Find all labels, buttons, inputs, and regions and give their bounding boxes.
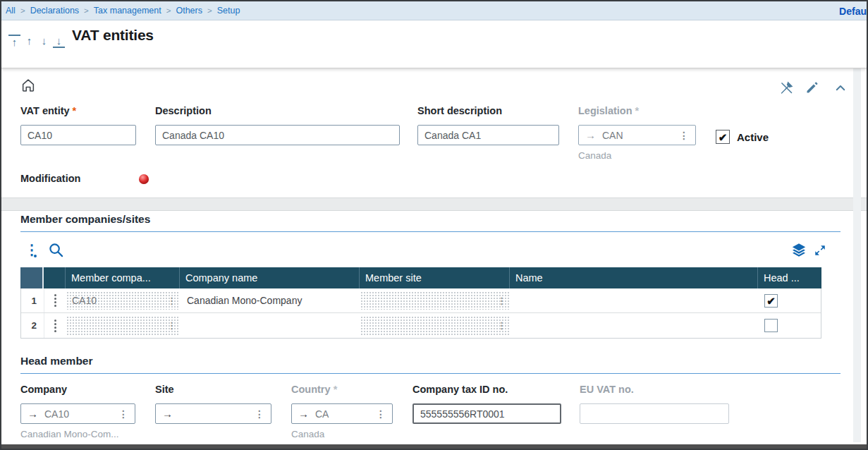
description-input[interactable] bbox=[155, 125, 400, 145]
eu-vat-label: EU VAT no. bbox=[580, 384, 729, 395]
breadcrumb-item-setup[interactable]: Setup bbox=[217, 6, 240, 16]
active-label: Active bbox=[737, 131, 769, 143]
country-lookup-icon[interactable]: ⋮ bbox=[369, 408, 392, 420]
reference-arrow-icon[interactable]: → bbox=[292, 408, 315, 420]
table-actions-kebab-icon[interactable]: ⋮ bbox=[25, 242, 39, 257]
default-view-label[interactable]: Defau bbox=[839, 1, 867, 20]
breadcrumb-separator: > bbox=[207, 6, 212, 15]
section-underline bbox=[20, 373, 841, 374]
row-drag-handle[interactable] bbox=[44, 288, 66, 312]
legislation-field: → CAN ⋮ bbox=[578, 125, 696, 145]
member-company-cell[interactable]: CA10⋮ bbox=[66, 288, 181, 312]
page-title: VAT entities bbox=[72, 27, 154, 44]
legislation-value: CAN bbox=[602, 130, 673, 141]
cell-lookup-icon[interactable]: ⋮ bbox=[494, 296, 510, 306]
header-head[interactable]: Head ... bbox=[758, 267, 821, 288]
breadcrumb-separator: > bbox=[166, 6, 171, 15]
breadcrumb-item-others[interactable]: Others bbox=[176, 6, 202, 16]
company-helper: Canadian Mono-Com... bbox=[20, 429, 135, 439]
check-icon: ✔ bbox=[766, 296, 776, 306]
company-field[interactable]: → CA10 ⋮ bbox=[20, 403, 135, 424]
head-checkbox[interactable] bbox=[764, 319, 778, 332]
head-cell: ✔ bbox=[759, 288, 822, 312]
table-row: 1 CA10⋮ Canadian Mono-Company ⋮ ✔ bbox=[21, 288, 821, 313]
header-name[interactable]: Name bbox=[510, 267, 758, 288]
table-row: 2 ⋮ ⋮ bbox=[21, 313, 821, 338]
reference-arrow-icon[interactable]: → bbox=[156, 408, 179, 420]
header-company-name[interactable]: Company name bbox=[180, 267, 360, 288]
cell-lookup-icon[interactable]: ⋮ bbox=[494, 320, 510, 331]
unpin-icon[interactable] bbox=[779, 80, 794, 95]
head-member-section-title: Head member bbox=[20, 355, 93, 367]
site-field[interactable]: → ⋮ bbox=[155, 403, 271, 424]
short-description-input[interactable] bbox=[417, 125, 559, 145]
last-record-icon[interactable]: ↓ bbox=[53, 35, 65, 48]
breadcrumb-separator: > bbox=[20, 6, 25, 15]
header-select-column[interactable] bbox=[20, 267, 44, 288]
reference-arrow-icon[interactable]: → bbox=[579, 129, 602, 141]
country-label: Country * bbox=[291, 384, 393, 395]
company-name-cell bbox=[181, 313, 360, 338]
scrollbar-track[interactable] bbox=[853, 68, 861, 442]
name-cell bbox=[511, 313, 759, 338]
member-site-cell[interactable]: ⋮ bbox=[360, 288, 511, 312]
head-checkbox[interactable]: ✔ bbox=[764, 294, 778, 308]
legislation-label: Legislation * bbox=[578, 105, 696, 116]
next-record-icon[interactable]: ↓ bbox=[38, 35, 50, 48]
country-helper: Canada bbox=[291, 429, 393, 439]
breadcrumb-item-tax-management[interactable]: Tax management bbox=[94, 6, 161, 16]
table-search-icon[interactable] bbox=[48, 242, 64, 258]
row-number[interactable]: 1 bbox=[21, 288, 44, 312]
check-icon: ✔ bbox=[719, 132, 728, 142]
member-companies-table: Member compa... Company name Member site… bbox=[20, 267, 821, 339]
vat-entity-input[interactable] bbox=[20, 125, 136, 145]
name-cell bbox=[511, 288, 759, 312]
vat-entity-label: VAT entity * bbox=[20, 105, 136, 116]
title-bar: ↑ ↑ ↓ ↓ VAT entities bbox=[1, 20, 867, 68]
member-site-cell[interactable]: ⋮ bbox=[360, 313, 511, 338]
row-number[interactable]: 2 bbox=[21, 313, 44, 338]
home-icon[interactable] bbox=[20, 78, 36, 93]
company-lookup-icon[interactable]: ⋮ bbox=[112, 408, 135, 420]
row-drag-handle[interactable] bbox=[44, 313, 66, 338]
active-checkbox[interactable]: ✔ bbox=[716, 130, 730, 144]
cell-lookup-icon[interactable]: ⋮ bbox=[164, 320, 180, 331]
bottom-frame-bar bbox=[1, 444, 867, 449]
table-header-row: Member compa... Company name Member site… bbox=[20, 267, 821, 288]
drag-handle-dots-icon bbox=[54, 293, 56, 308]
company-label: Company bbox=[20, 384, 135, 395]
drag-handle-dots-icon bbox=[54, 318, 56, 334]
header-handle-column bbox=[44, 267, 66, 288]
site-label: Site bbox=[155, 384, 271, 395]
country-value: CA bbox=[315, 408, 369, 420]
head-cell bbox=[759, 313, 822, 338]
vat-entities-window: All > Declarations > Tax management > Ot… bbox=[0, 0, 868, 450]
first-record-icon[interactable]: ↑ bbox=[8, 35, 20, 48]
breadcrumb-item-all[interactable]: All bbox=[6, 6, 16, 16]
breadcrumb: All > Declarations > Tax management > Ot… bbox=[1, 1, 867, 20]
legislation-lookup-icon[interactable]: ⋮ bbox=[673, 130, 695, 141]
site-lookup-icon[interactable]: ⋮ bbox=[248, 408, 271, 420]
layers-icon[interactable] bbox=[791, 242, 807, 257]
member-company-cell[interactable]: ⋮ bbox=[66, 313, 181, 338]
eu-vat-input[interactable] bbox=[580, 403, 729, 424]
modification-status-indicator bbox=[139, 174, 149, 184]
previous-record-icon[interactable]: ↑ bbox=[23, 35, 35, 48]
collapse-chevron-up-icon[interactable] bbox=[834, 82, 847, 95]
description-label: Description bbox=[155, 105, 400, 116]
member-section-title: Member companies/sites bbox=[20, 213, 150, 226]
cell-lookup-icon[interactable]: ⋮ bbox=[164, 296, 180, 306]
section-divider bbox=[1, 197, 867, 211]
legislation-helper: Canada bbox=[578, 150, 696, 161]
header-member-site[interactable]: Member site bbox=[360, 267, 510, 288]
company-name-cell: Canadian Mono-Company bbox=[181, 288, 360, 312]
short-description-label: Short description bbox=[417, 105, 559, 116]
reference-arrow-icon[interactable]: → bbox=[21, 408, 44, 420]
pencil-icon[interactable] bbox=[805, 80, 819, 95]
company-tax-id-label: Company tax ID no. bbox=[412, 384, 561, 395]
company-tax-id-input[interactable] bbox=[412, 403, 561, 424]
breadcrumb-item-declarations[interactable]: Declarations bbox=[30, 6, 79, 16]
country-field[interactable]: → CA ⋮ bbox=[291, 403, 393, 424]
expand-fullscreen-icon[interactable] bbox=[814, 244, 826, 257]
header-member-company[interactable]: Member compa... bbox=[66, 267, 180, 288]
